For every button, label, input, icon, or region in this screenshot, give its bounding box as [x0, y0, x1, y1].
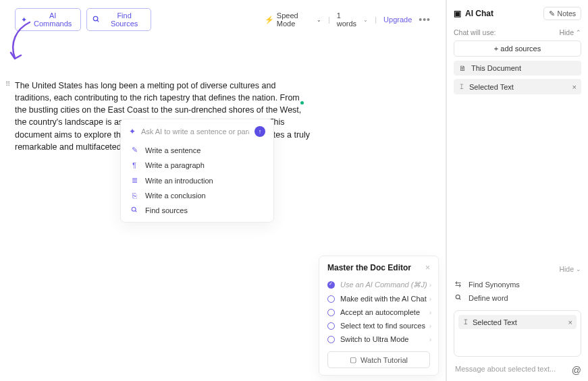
tutorial-item-ai-chat[interactable]: Make edit with the AI Chat › [327, 292, 430, 305]
chat-sources-header: Chat will use: Hide ⌃ [454, 28, 581, 36]
watch-tutorial-label: Watch Tutorial [360, 356, 408, 364]
tool-label: Define word [469, 294, 508, 302]
ai-commands-label: AI Commands [30, 11, 75, 28]
chevron-right-icon: › [429, 295, 431, 303]
ai-item-label: Write a conclusion [145, 192, 206, 200]
ai-item-label: Write an introduction [145, 177, 213, 185]
bolt-icon: ⚡ [265, 16, 274, 24]
toolbar-center: ⚡ Speed Mode ⌄ | 1 words ⌄ | Upgrade ••• [265, 11, 431, 28]
chevron-right-icon: › [429, 336, 431, 343]
mention-button[interactable]: @ [572, 365, 581, 376]
ai-commands-button[interactable]: ✦ AI Commands [15, 8, 81, 31]
notes-label: Notes [558, 9, 576, 18]
circle-icon [327, 336, 335, 343]
close-icon[interactable]: × [425, 263, 430, 272]
tutorial-panel: Master the Doc Editor × Use an AI Comman… [319, 256, 439, 376]
ai-item-write-paragraph[interactable]: ¶ Write a paragraph [126, 158, 268, 173]
ai-chat-sidebar: ▣ AI Chat ✎ Notes Chat will use: Hide ⌃ … [446, 0, 588, 381]
sidebar-title: ▣ AI Chat [454, 9, 493, 18]
sparkle-icon: ✦ [21, 16, 27, 24]
circle-icon [327, 295, 335, 303]
tutorial-item-label: Accept an autocomplete [340, 308, 420, 316]
note-icon: ✎ [549, 9, 555, 18]
ai-item-write-sentence[interactable]: ✎ Write a sentence [126, 142, 268, 158]
chat-icon: ▣ [454, 9, 461, 18]
editor-area: ✦ AI Commands Find Sources ⚡ Speed Mode … [0, 0, 446, 381]
ai-item-label: Write a paragraph [145, 161, 205, 169]
search-icon [455, 294, 463, 302]
more-menu-button[interactable]: ••• [419, 14, 431, 25]
tutorial-item-label: Switch to Ultra Mode [340, 335, 408, 343]
ai-item-write-conclusion[interactable]: ⎘ Write a conclusion [126, 188, 268, 203]
tutorial-item-ai-command[interactable]: Use an AI Command (⌘J) › [327, 278, 430, 292]
drag-handle-icon[interactable]: ⠿ [5, 81, 9, 88]
svg-point-0 [94, 16, 98, 20]
tutorial-item-autocomplete[interactable]: Accept an autocomplete › [327, 305, 430, 319]
speed-mode-dropdown[interactable]: ⚡ Speed Mode ⌄ [265, 11, 321, 28]
text-cursor-icon: 𝙸 [459, 82, 464, 91]
separator: | [375, 16, 377, 24]
close-icon[interactable]: × [568, 318, 572, 326]
tutorial-item-ultra-mode[interactable]: Switch to Ultra Mode › [327, 332, 430, 346]
sparkle-icon: ✦ [129, 127, 136, 136]
hide-tools-button[interactable]: Hide ⌄ [559, 265, 581, 273]
selected-text-box: 𝙸 Selected Text × [454, 310, 581, 357]
separator: | [328, 16, 330, 24]
hide-label: Hide [559, 28, 574, 36]
speed-mode-label: Speed Mode [277, 11, 314, 28]
tool-find-synonyms[interactable]: ⇆ Find Synonyms [454, 277, 581, 291]
chevron-up-icon: ⌃ [576, 29, 581, 36]
source-chip-document[interactable]: 🗎 This Document [454, 61, 581, 76]
tutorial-item-find-sources[interactable]: Select text to find sources › [327, 319, 430, 332]
source-chip-selected-text[interactable]: 𝙸 Selected Text × [454, 79, 581, 94]
close-icon[interactable]: × [572, 83, 577, 91]
sidebar-title-label: AI Chat [465, 9, 493, 18]
pen-icon: ✎ [130, 146, 138, 154]
chat-message-input[interactable] [454, 363, 581, 374]
svg-point-2 [132, 207, 136, 211]
notes-button[interactable]: ✎ Notes [543, 7, 581, 20]
upgrade-link[interactable]: Upgrade [383, 16, 412, 24]
find-sources-label: Find Sources [103, 11, 145, 28]
add-sources-button[interactable]: + add sources [454, 40, 581, 57]
circle-icon [327, 309, 335, 316]
tool-define-word[interactable]: Define word [454, 291, 581, 305]
word-count-dropdown[interactable]: 1 words [337, 11, 360, 28]
hide-label: Hide [559, 265, 574, 273]
checkmark-icon [327, 281, 335, 289]
ai-item-find-sources[interactable]: Find sources [126, 203, 268, 218]
svg-point-4 [456, 295, 460, 299]
search-icon [92, 16, 100, 24]
chip-label: Selected Text [469, 83, 514, 91]
send-button[interactable]: ↑ [255, 126, 265, 137]
ai-command-input[interactable] [141, 127, 249, 136]
chevron-down-icon: ⌄ [576, 266, 581, 272]
hide-sources-button[interactable]: Hide ⌃ [559, 28, 581, 36]
document-icon: 🗎 [459, 64, 466, 72]
watch-tutorial-button[interactable]: ▢ Watch Tutorial [327, 351, 430, 368]
chevron-down-icon: ⌄ [317, 17, 321, 23]
paragraph-icon: ¶ [130, 161, 138, 169]
find-sources-button[interactable]: Find Sources [86, 8, 151, 31]
ai-item-label: Write a sentence [145, 146, 201, 154]
selected-text-header: 𝙸 Selected Text × [458, 315, 577, 329]
tool-label: Find Synonyms [469, 281, 520, 289]
cursor-indicator-icon [300, 101, 304, 105]
search-icon [130, 206, 138, 214]
ai-item-write-intro[interactable]: ≣ Write an introduction [126, 173, 268, 188]
tutorial-item-label: Select text to find sources [340, 322, 425, 330]
selected-text-label: Selected Text [473, 318, 517, 326]
chevron-right-icon: › [429, 309, 431, 316]
video-icon: ▢ [350, 355, 356, 364]
chat-will-use-label: Chat will use: [454, 28, 496, 36]
svg-line-3 [135, 210, 136, 212]
tutorial-item-label: Make edit with the AI Chat [340, 295, 427, 303]
tutorial-title: Master the Doc Editor [327, 263, 411, 272]
svg-line-1 [97, 20, 99, 21]
toolbar: ✦ AI Commands Find Sources ⚡ Speed Mode … [15, 8, 431, 31]
chip-label: This Document [471, 64, 521, 72]
ai-item-label: Find sources [145, 206, 188, 214]
circle-icon [327, 322, 335, 330]
tutorial-item-label: Use an AI Command (⌘J) [340, 281, 427, 289]
conclusion-icon: ⎘ [130, 192, 138, 200]
